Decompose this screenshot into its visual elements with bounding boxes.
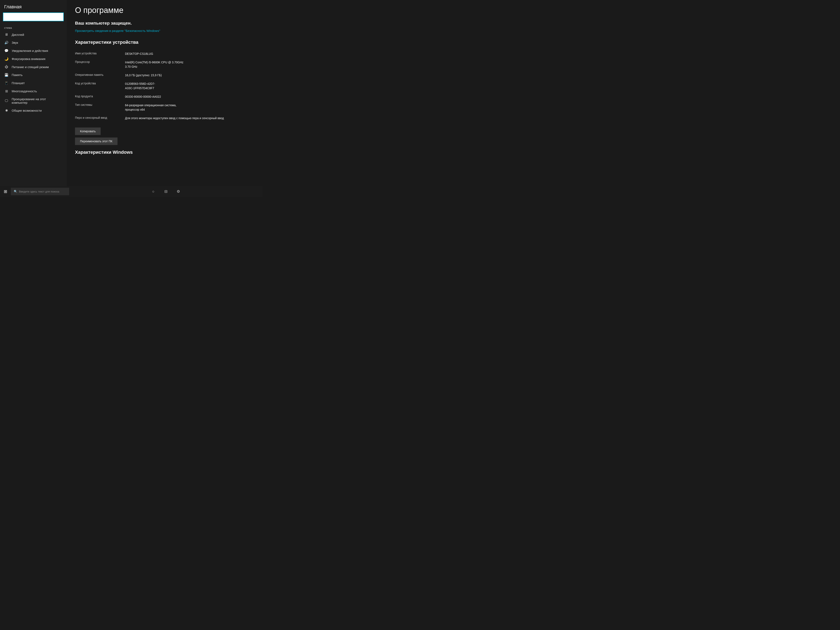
- taskbar-center-icons: ○ ⊟ ⚙: [69, 188, 262, 195]
- sidebar: Главная стема 🖥 Дисплей 🔊 Звук 💬 Уведомл…: [0, 0, 67, 186]
- focus-icon: 🌙: [4, 57, 9, 61]
- sidebar-item-focus[interactable]: 🌙 Фокусировка внимания: [0, 55, 67, 63]
- sidebar-item-label: Звук: [12, 41, 18, 44]
- sidebar-item-sound[interactable]: 🔊 Звук: [0, 38, 67, 47]
- device-section-title: Характеристики устройства: [75, 39, 254, 45]
- sidebar-item-label: Планшет: [12, 81, 25, 85]
- spec-label-device-name: Имя устройства: [75, 50, 121, 58]
- tablet-icon: 📱: [4, 81, 9, 85]
- taskbar-search-bar[interactable]: 🔍 Введите здесь текст для поиска: [11, 188, 69, 195]
- taskview-icon: ⊟: [164, 189, 167, 194]
- task-view-button[interactable]: ○: [150, 188, 157, 195]
- multitask-icon: ⊞: [4, 89, 9, 93]
- taskbar: ⊞ 🔍 Введите здесь текст для поиска ○ ⊟ ⚙: [0, 186, 262, 197]
- main-content: О программе Ваш компьютер защищен. Просм…: [67, 0, 262, 186]
- rename-button[interactable]: Переименовать этот ПК: [75, 137, 117, 145]
- spec-label-system-type: Тип системы: [75, 101, 121, 114]
- spec-value-device-name: DESKTOP-CS18LUG: [121, 50, 254, 58]
- project-icon: 🖵: [4, 99, 9, 103]
- protection-status: Ваш компьютер защищен.: [75, 21, 254, 25]
- sidebar-item-multitask[interactable]: ⊞ Многозадачность: [0, 87, 67, 95]
- start-button[interactable]: ⊞: [0, 186, 11, 197]
- spec-label-device-code: Код устройства: [75, 80, 121, 93]
- sidebar-item-label: Питание и спящий режим: [12, 65, 49, 69]
- sidebar-item-label: Память: [12, 73, 22, 77]
- spec-value-system-type: 64-разрядная операционная система,процес…: [121, 101, 254, 114]
- spec-label-ram: Оперативная память: [75, 71, 121, 80]
- sidebar-item-label: Проецирование на этот компьютер: [12, 97, 63, 104]
- sidebar-header: Главная: [0, 2, 67, 13]
- spec-label-processor: Процессор: [75, 58, 121, 71]
- accessibility-icon: ✱: [4, 109, 9, 112]
- settings-taskbar-button[interactable]: ⚙: [175, 188, 182, 195]
- spec-label-pen-touch: Перо и сенсорный ввод: [75, 114, 121, 123]
- page-title: О программе: [75, 6, 254, 15]
- taskbar-search-icon: 🔍: [14, 190, 17, 193]
- display-icon: 🖥: [4, 33, 9, 36]
- sidebar-item-label: Общие возможности: [12, 109, 42, 112]
- sidebar-item-label: Фокусировка внимания: [12, 57, 46, 61]
- taskview-icon-btn[interactable]: ⊟: [162, 188, 170, 195]
- sidebar-section-label: стема: [0, 25, 67, 31]
- sidebar-item-label: Многозадачность: [12, 89, 37, 93]
- sidebar-item-notifications[interactable]: 💬 Уведомления и действия: [0, 47, 67, 55]
- sidebar-item-tablet[interactable]: 📱 Планшет: [0, 79, 67, 87]
- notifications-icon: 💬: [4, 49, 9, 53]
- power-icon: ⏻: [4, 65, 9, 69]
- windows-icon: ⊞: [4, 189, 7, 194]
- spec-value-pen-touch: Для этого монитора недоступен ввод с пом…: [121, 114, 254, 123]
- sidebar-search-input[interactable]: [5, 15, 61, 19]
- spec-value-device-code: 0120B563-558D-42D7-A33C-1FF657D4C8F7: [121, 80, 254, 93]
- spec-value-ram: 16,0 ГБ (доступно: 15,9 ГБ): [121, 71, 254, 80]
- memory-icon: 💾: [4, 73, 9, 77]
- taskbar-search-placeholder: Введите здесь текст для поиска: [19, 190, 59, 193]
- specs-table: Имя устройства DESKTOP-CS18LUG Процессор…: [75, 50, 254, 123]
- spec-value-processor: Intel(R) Core(TM) i5-9600K CPU @ 3.70GHz…: [121, 58, 254, 71]
- sidebar-item-memory[interactable]: 💾 Память: [0, 71, 67, 79]
- task-view-icon: ○: [152, 189, 155, 194]
- sidebar-item-display[interactable]: 🖥 Дисплей: [0, 31, 67, 38]
- sidebar-item-label: Уведомления и действия: [12, 49, 48, 52]
- sidebar-item-label: Дисплей: [12, 33, 24, 36]
- sound-icon: 🔊: [4, 41, 9, 44]
- sidebar-search-box[interactable]: [3, 13, 64, 21]
- rename-row: Переименовать этот ПК: [75, 137, 254, 147]
- spec-value-product-code: 00330-80000-00000-AA022: [121, 93, 254, 101]
- sidebar-item-power[interactable]: ⏻ Питание и спящий режим: [0, 63, 67, 71]
- buttons-row: Копировать: [75, 128, 254, 137]
- windows-security-link[interactable]: Просмотреть сведения в разделе "Безопасн…: [75, 28, 254, 33]
- gear-icon: ⚙: [177, 189, 180, 194]
- spec-label-product-code: Код продукта: [75, 93, 121, 101]
- windows-section-title: Характеристики Windows: [75, 150, 254, 155]
- copy-button[interactable]: Копировать: [75, 128, 101, 135]
- sidebar-item-accessibility[interactable]: ✱ Общие возможности: [0, 106, 67, 115]
- sidebar-item-project[interactable]: 🖵 Проецирование на этот компьютер: [0, 95, 67, 106]
